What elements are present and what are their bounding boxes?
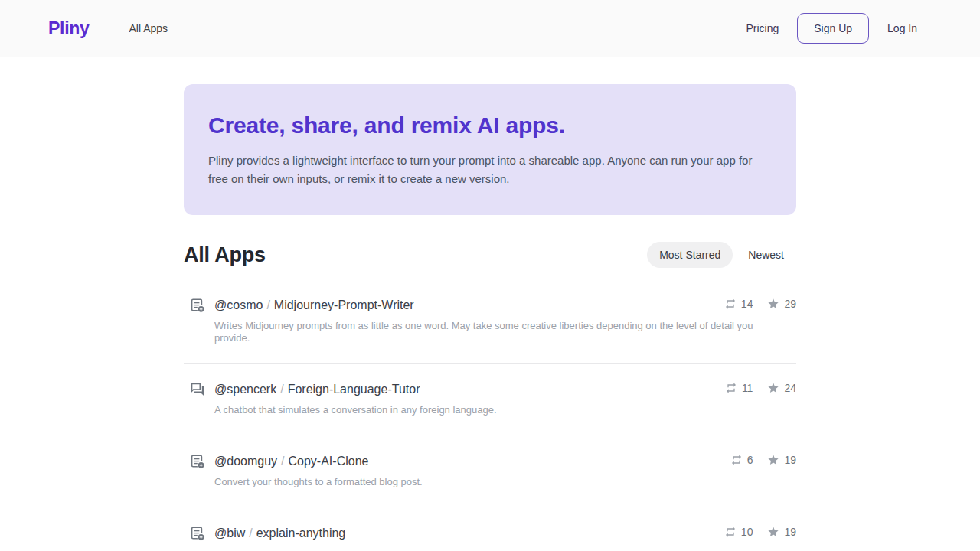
header: Pliny All Apps Pricing Sign Up Log In	[0, 0, 980, 57]
remix-icon	[725, 382, 737, 394]
app-main: @spencerk/Foreign-Language-Tutor A chatb…	[214, 381, 796, 416]
nav-all-apps[interactable]: All Apps	[129, 22, 168, 34]
hero-description: Pliny provides a lightweight interface t…	[208, 152, 760, 188]
remix-count: 10	[741, 526, 753, 538]
remix-stat: 6	[730, 454, 753, 466]
app-title: @doomguy/Copy-AI-Clone	[214, 453, 796, 469]
star-icon	[767, 454, 779, 466]
note-add-icon	[190, 526, 214, 544]
app-name[interactable]: Midjourney-Prompt-Writer	[274, 298, 414, 311]
app-name[interactable]: Copy-AI-Clone	[289, 455, 369, 468]
note-add-icon	[190, 454, 214, 472]
star-count: 29	[784, 298, 796, 310]
app-title-separator: /	[277, 455, 288, 468]
app-title: @biw/explain-anything	[214, 525, 796, 541]
chat-bubbles-icon	[190, 382, 214, 400]
app-list-item[interactable]: @biw/explain-anything 10 19	[184, 507, 796, 551]
app-stats: 11 24	[725, 382, 796, 394]
app-title-separator: /	[263, 298, 273, 311]
sort-newest-button[interactable]: Newest	[736, 242, 796, 268]
app-list-item[interactable]: @doomguy/Copy-AI-Clone Convert your thou…	[184, 435, 796, 507]
app-stats: 10 19	[724, 526, 796, 538]
remix-icon	[724, 298, 737, 310]
remix-count: 11	[742, 382, 753, 394]
app-author[interactable]: @spencerk	[214, 383, 276, 396]
star-icon	[767, 298, 779, 310]
sort-toggle: Most Starred Newest	[647, 242, 796, 268]
app-author[interactable]: @doomguy	[214, 455, 277, 468]
app-author[interactable]: @cosmo	[214, 298, 263, 311]
star-count: 24	[784, 382, 796, 394]
pricing-link[interactable]: Pricing	[746, 22, 779, 34]
app-title-separator: /	[276, 383, 287, 396]
star-stat: 19	[767, 454, 796, 466]
hero-banner: Create, share, and remix AI apps. Pliny …	[184, 84, 796, 215]
app-title: @spencerk/Foreign-Language-Tutor	[214, 381, 796, 397]
app-main: @biw/explain-anything	[214, 525, 796, 541]
remix-stat: 10	[724, 526, 753, 538]
header-right: Pricing Sign Up Log In	[746, 13, 917, 44]
log-in-link[interactable]: Log In	[887, 22, 917, 34]
note-add-icon	[190, 298, 214, 316]
app-name[interactable]: Foreign-Language-Tutor	[288, 383, 420, 396]
star-count: 19	[784, 454, 796, 466]
star-stat: 19	[767, 526, 796, 538]
section-title: All Apps	[184, 243, 266, 267]
app-main: @doomguy/Copy-AI-Clone Convert your thou…	[214, 453, 796, 488]
remix-icon	[730, 454, 743, 466]
app-description: A chatbot that simulates a conversation …	[214, 404, 785, 416]
app-title-separator: /	[245, 527, 256, 540]
app-description: Convert your thoughts to a formatted blo…	[214, 476, 785, 488]
star-count: 19	[784, 526, 796, 538]
app-author[interactable]: @biw	[214, 527, 245, 540]
app-main: @cosmo/Midjourney-Prompt-Writer Writes M…	[214, 297, 796, 344]
star-icon	[767, 382, 779, 394]
sort-most-starred-button[interactable]: Most Starred	[647, 242, 733, 268]
logo[interactable]: Pliny	[48, 18, 89, 39]
app-list: @cosmo/Midjourney-Prompt-Writer Writes M…	[184, 279, 796, 551]
primary-nav: All Apps	[129, 21, 168, 35]
star-icon	[767, 526, 779, 538]
sign-up-button[interactable]: Sign Up	[797, 13, 869, 44]
remix-icon	[724, 526, 737, 538]
star-stat: 24	[767, 382, 796, 394]
app-list-item[interactable]: @spencerk/Foreign-Language-Tutor A chatb…	[184, 364, 796, 435]
app-title: @cosmo/Midjourney-Prompt-Writer	[214, 297, 796, 313]
app-list-item[interactable]: @cosmo/Midjourney-Prompt-Writer Writes M…	[184, 279, 796, 364]
remix-count: 14	[741, 298, 753, 310]
remix-stat: 11	[725, 382, 753, 394]
star-stat: 29	[767, 298, 796, 310]
apps-section-header: All Apps Most Starred Newest	[184, 242, 796, 268]
header-left: Pliny All Apps	[48, 18, 168, 39]
hero-title: Create, share, and remix AI apps.	[208, 112, 760, 139]
app-stats: 14 29	[724, 298, 796, 310]
app-name[interactable]: explain-anything	[256, 527, 346, 540]
app-stats: 6 19	[730, 454, 796, 466]
app-description: Writes Midjourney prompts from as little…	[214, 320, 785, 344]
remix-stat: 14	[724, 298, 753, 310]
main-content: Create, share, and remix AI apps. Pliny …	[184, 84, 796, 551]
remix-count: 6	[747, 454, 753, 466]
